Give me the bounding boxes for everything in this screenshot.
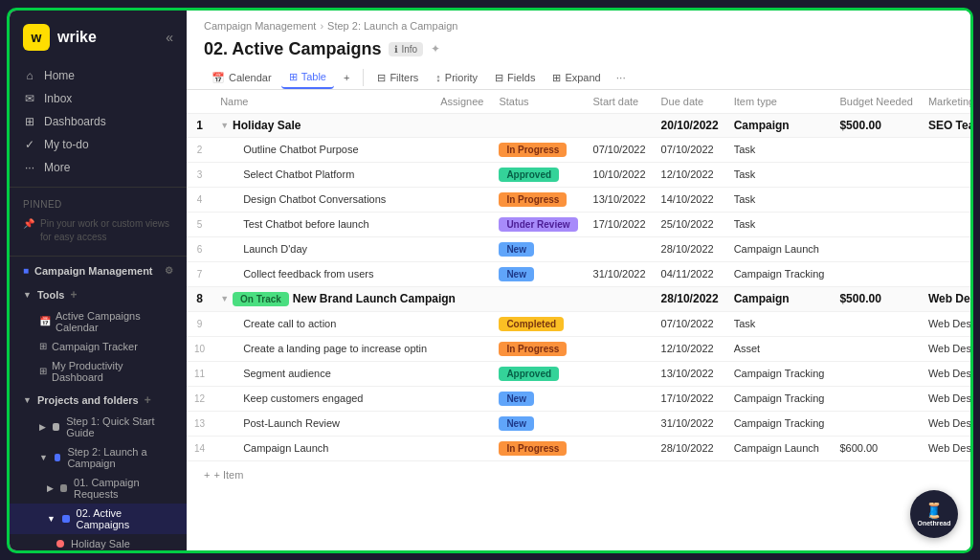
table-container: Name Assignee Status Start date Due date… <box>187 90 970 550</box>
col-budget[interactable]: Budget Needed <box>832 90 920 114</box>
table-tab[interactable]: ⊞ Table <box>281 67 334 89</box>
holiday-sale-label: Holiday Sale <box>71 538 130 549</box>
fields-label: Fields <box>507 72 535 83</box>
table-header-row: Name Assignee Status Start date Due date… <box>187 90 970 114</box>
expand-arrow[interactable]: ▼ <box>220 294 229 303</box>
row-name: Create a landing page to increase optin <box>212 336 433 361</box>
name-text: Collect feedback from users <box>243 268 373 280</box>
add-view-button[interactable]: + <box>336 68 357 87</box>
sidebar-item-inbox[interactable]: ✉ Inbox <box>10 87 187 110</box>
expand-label: Expand <box>565 72 600 83</box>
sidebar-item-holiday-sale[interactable]: Holiday Sale <box>10 534 187 550</box>
table-row[interactable]: 4Design Chatbot ConversationsIn Progress… <box>187 187 970 212</box>
table-row[interactable]: 1▼Holiday Sale20/10/2022Campaign$500.00S… <box>187 113 970 137</box>
sidebar-item-campaign-tracker[interactable]: ⊞ Campaign Tracker <box>10 337 187 356</box>
table-row[interactable]: 12Keep customers engagedNew17/10/2022Cam… <box>187 386 970 411</box>
row-number: 3 <box>187 162 212 187</box>
collapse-button[interactable]: « <box>166 30 173 45</box>
name-text: Keep customers engaged <box>243 392 363 404</box>
row-assignee <box>433 236 491 261</box>
sidebar-item-active-campaigns[interactable]: ▼ 02. Active Campaigns <box>10 504 187 534</box>
status-badge: New <box>499 392 534 406</box>
row-status: Under Review <box>491 212 585 236</box>
table-row[interactable]: 11Segment audienceApproved13/10/2022Camp… <box>187 361 970 386</box>
home-icon: ⌂ <box>23 69 36 82</box>
sidebar-item-campaign-requests[interactable]: ▶ 01. Campaign Requests <box>10 473 187 504</box>
main-content: Campaign Management › Step 2: Launch a C… <box>187 11 970 550</box>
row-due-date: 28/10/2022 <box>654 236 726 261</box>
fields-button[interactable]: ⊟ Fields <box>487 68 543 88</box>
status-badge: Approved <box>499 168 559 182</box>
row-due-date: 12/10/2022 <box>654 162 726 187</box>
toolbar-separator <box>363 69 364 86</box>
campaign-dot: ■ <box>23 265 29 276</box>
col-assignee[interactable]: Assignee <box>433 90 491 114</box>
productivity-dashboard-label: My Productivity Dashboard <box>52 360 173 383</box>
row-start-date <box>586 436 654 460</box>
chevron-down-icon2: ▼ <box>47 514 56 524</box>
toolbar-more-button[interactable]: ··· <box>611 67 632 88</box>
table-row[interactable]: 13Post-Launch ReviewNew31/10/2022Campaig… <box>187 411 970 436</box>
campaign-management-label: Campaign Management <box>34 265 152 277</box>
table-row[interactable]: 9Create call to actionCompleted07/10/202… <box>187 311 970 336</box>
priority-button[interactable]: ↕ Priority <box>428 68 485 87</box>
star-icon[interactable]: ✦ <box>431 42 440 56</box>
col-status[interactable]: Status <box>491 90 585 114</box>
col-team[interactable]: Marketing Team <box>921 90 970 114</box>
expand-icon: ⊞ <box>552 72 561 84</box>
breadcrumb-part1[interactable]: Campaign Management <box>204 20 316 32</box>
row-due-date: 28/10/2022 <box>654 436 726 460</box>
projects-plus-icon[interactable]: + <box>145 393 151 407</box>
col-due[interactable]: Due date <box>654 90 726 114</box>
row-item-type: Campaign Tracking <box>726 386 833 411</box>
row-team: Web Design Team <box>921 311 970 336</box>
table-row[interactable]: 7Collect feedback from usersNew31/10/202… <box>187 261 970 286</box>
sidebar-item-step2[interactable]: ▼ Step 2: Launch a Campaign <box>10 442 187 473</box>
table-row[interactable]: 5Test Chatbot before launchUnder Review1… <box>187 212 970 236</box>
expand-arrow[interactable]: ▼ <box>220 121 229 130</box>
table-row[interactable]: 6Launch D'dayNew28/10/2022Campaign Launc… <box>187 236 970 261</box>
row-budget <box>832 411 920 436</box>
sidebar-item-mytodo[interactable]: ✓ My to-do <box>10 133 187 156</box>
sidebar-item-active-campaigns-calendar[interactable]: 📅 Active Campaigns Calendar <box>10 306 187 337</box>
table-row[interactable]: 2Outline Chatbot PurposeIn Progress07/10… <box>187 137 970 162</box>
col-item-type[interactable]: Item type <box>726 90 833 114</box>
sidebar-item-dashboards[interactable]: ⊞ Dashboards <box>10 110 187 133</box>
expand-button[interactable]: ⊞ Expand <box>545 68 608 88</box>
row-name: Campaign Launch <box>212 436 433 460</box>
filters-button[interactable]: ⊟ Filters <box>369 68 426 88</box>
row-number: 7 <box>187 261 212 286</box>
sidebar-item-productivity-dashboard[interactable]: ⊞ My Productivity Dashboard <box>10 356 187 387</box>
table-row[interactable]: 3Select Chatbot PlatformApproved10/10/20… <box>187 162 970 187</box>
tools-plus-icon[interactable]: + <box>70 288 77 302</box>
projects-section-header: ▼ Projects and folders + <box>10 389 187 412</box>
table-row[interactable]: 8▼On TrackNew Brand Launch Campaign28/10… <box>187 286 970 311</box>
table-row[interactable]: 14Campaign LaunchIn Progress28/10/2022Ca… <box>187 436 970 460</box>
row-start-date <box>586 336 654 361</box>
col-name[interactable]: Name <box>212 90 433 114</box>
home-label: Home <box>44 69 75 82</box>
row-item-type: Asset <box>726 336 833 361</box>
calendar-icon: 📅 <box>39 316 51 326</box>
sidebar-item-step1[interactable]: ▶ Step 1: Quick Start Guide <box>10 412 187 442</box>
row-item-type: Task <box>726 311 833 336</box>
row-team: Web Design Team <box>921 411 970 436</box>
table-row[interactable]: 10Create a landing page to increase opti… <box>187 336 970 361</box>
row-start-date: 07/10/2022 <box>586 137 654 162</box>
table-tab-label: Table <box>301 71 326 82</box>
sidebar-item-more[interactable]: ··· More <box>10 156 187 179</box>
col-start[interactable]: Start date <box>586 90 654 114</box>
row-number: 11 <box>187 361 212 386</box>
add-item-button[interactable]: + + Item <box>187 461 970 488</box>
info-badge[interactable]: ℹ Info <box>389 42 423 56</box>
app-name: wrike <box>57 29 97 46</box>
calendar-tab[interactable]: 📅 Calendar <box>204 68 279 88</box>
name-text: Outline Chatbot Purpose <box>243 144 358 155</box>
row-item-type: Campaign <box>726 286 833 311</box>
row-team: Web Design Team <box>921 336 970 361</box>
sidebar-item-home[interactable]: ⌂ Home <box>10 64 187 87</box>
breadcrumb-part2[interactable]: Step 2: Launch a Campaign <box>327 20 457 32</box>
row-team: Web Design Team <box>921 436 970 460</box>
row-status: Completed <box>491 311 585 336</box>
gear-icon[interactable]: ⚙ <box>165 265 173 276</box>
